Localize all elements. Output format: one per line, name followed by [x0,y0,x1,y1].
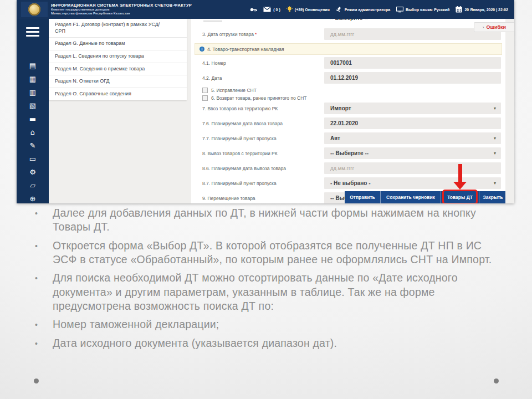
bullet-item: Откроется форма «Выбор ДТ». В которой от… [30,239,499,267]
report-icon[interactable]: ▧ [29,102,36,110]
mail-menu-item[interactable]: ( 0 ) [263,7,280,12]
checkbox[interactable] [202,88,208,93]
lightbulb-icon [287,6,293,13]
required-asterisk: * [255,32,257,37]
warehouse-icon[interactable]: ⌂ [30,129,35,136]
form-select-field[interactable]: Импорт ▾ [324,103,501,114]
emblem-icon [28,3,40,16]
gear-icon[interactable]: ⚙ [29,168,36,176]
form-text-field[interactable]: 0017001 [324,57,501,69]
folder-icon[interactable]: ▱ [30,182,35,190]
key-menu-item[interactable] [250,7,257,13]
field-value: 01.12.2019 [330,75,358,81]
red-arrow-annotation [453,164,467,190]
footer-button-label: Закрыть [483,195,503,200]
coat-of-arms-logo [21,2,48,17]
form-field-label: 3. Дата отгрузки товара* [202,32,257,37]
app-subtitle-1: Комитет государственных доходов [51,8,192,12]
slide-decor-dot-right [494,378,499,383]
form-field-label: 7. Ввоз товаров на территорию РК [202,106,278,111]
datetime-label: 20 Января, 2020 | 22:02 [464,8,508,12]
clipped-select-value: -- Выберите -- [330,19,368,21]
form-checkbox-row[interactable]: 6. Возврат товара, ранее принятого по СН… [191,94,505,102]
form-section-label: 4. Товаро-транспортная накладная [207,47,284,52]
bullet-item: Для поиска необходимой ДТ можно отсортир… [30,271,499,313]
mail-count: ( 0 ) [273,8,280,12]
slide-decor-dot-left [34,378,39,383]
document-icon[interactable]: ▤ [29,62,36,70]
sidebar-section-item[interactable]: Раздел L. Сведения по отпуску товара [49,50,187,63]
checkbox[interactable] [202,95,208,101]
notifications-menu-item[interactable]: (+39) Оповещения [287,6,330,13]
chevron-down-icon: ▾ [494,151,496,156]
language-label: Выбор языка: Русский [406,8,449,12]
field-value: - Не выбрано - [330,180,370,186]
info-icon: i [200,47,204,52]
sidebar-section-item[interactable]: Раздел N. Отметки ОГД [49,75,187,88]
form-footer-buttons: Отправить Сохранить черновик Товары ДТ З… [345,191,505,203]
form-field-label: 8.7. Планируемый пункт пропуска [202,181,277,186]
truck-icon[interactable]: ▭ [29,155,36,163]
form-field-label: 4.1. Номер [202,60,226,66]
hamburger-menu-icon[interactable] [26,27,39,37]
form-field-label: 8.6. Планируемая дата вывоза товара [202,166,286,171]
field-value: 22.01.2020 [330,120,358,126]
form-text-field[interactable]: 22.01.2020 [324,117,501,129]
key-icon [250,7,257,13]
bullet-item: Номер таможенной декларации; [30,318,499,331]
footer-button[interactable]: Сохранить черновик [380,191,441,203]
form-text-field[interactable]: 01.12.2019 [324,72,501,84]
edit-document-icon[interactable]: ✎ [30,142,36,150]
form-text-field[interactable]: дд.мм.гггг [324,162,501,174]
globe-icon[interactable]: ⊕ [30,195,36,203]
id-card-icon[interactable]: ▦ [29,75,36,83]
sidebar-section-item[interactable]: Раздел О. Справочные сведения [49,88,187,100]
sidebar-section-item[interactable]: Раздел F1. Договор (контракт) в рамках У… [49,19,187,38]
chevron-right-icon: › [483,25,484,30]
language-menu-item[interactable]: Выбор языка: Русский [396,7,449,13]
mail-icon [263,7,271,12]
form-checkbox-label: 6. Возврат товара, ранее принятого по СН… [211,95,307,101]
sidebar-section-item[interactable]: Раздел М. Сведения о приемке товара [49,63,187,76]
form-field-label: 7.7. Планируемый пункт пропуска [202,136,277,141]
chevron-down-icon: ▾ [494,181,496,186]
form-row: 7.7. Планируемый пункт пропуска Аят ▾ [191,132,505,147]
errors-button[interactable]: › Ошибки [474,22,514,32]
admin-mode-menu-item[interactable]: Режим администратора [336,7,390,13]
form-select-field[interactable]: Аят ▾ [324,132,501,144]
field-value: Импорт [330,105,351,111]
form-row: 8. Вывоз товаров с территории РК -- Выбе… [191,147,505,162]
form-row: 4.2. Дата 01.12.2019 [191,71,505,86]
form-select-field[interactable]: - Не выбрано - ▾ [324,177,501,189]
app-subtitle-2: Министерства финансов Республики Казахст… [51,12,192,16]
form-row: 7.6. Планируемая дата ввоза товара 22.01… [191,117,505,132]
bullet-item: Дата исходного документа (указывается ди… [30,336,499,350]
form-field-label: 8. Вывоз товаров с территории РК [202,151,278,156]
gavel-icon [336,7,342,13]
presentation-slide: ИНФОРМАЦИОННАЯ СИСТЕМА ЭЛЕКТРОННЫХ СЧЕТО… [0,0,532,399]
left-icon-rail: ▤▦▥▧▬⌂✎▭⚙▱⊕ [17,19,49,203]
organization-icon[interactable]: ▥ [29,89,36,96]
calendar-icon [456,6,462,13]
form-checkbox-row[interactable]: 5. Исправление СНТ [191,86,505,94]
form-field-label: 9. Перемещение товара [202,196,255,201]
clipped-form-row: -- Выберите -- [191,19,505,23]
field-value: 0017001 [330,60,352,66]
briefcase-icon[interactable]: ▬ [29,115,36,123]
footer-button-label: Товары ДТ [447,195,473,200]
admin-mode-label: Режим администратора [345,8,390,12]
footer-button[interactable]: Закрыть [479,191,507,203]
form-field-label: 4.2. Дата [202,75,222,81]
footer-button[interactable]: Товары ДТ [441,191,479,203]
slide-bullet-list: Далее для добавления данных по ДТ, в ниж… [30,206,499,355]
section-menu: Раздел F1. Договор (контракт) в рамках У… [49,19,187,100]
form-field-label: 7.6. Планируемая дата ввоза товара [202,121,283,126]
app-title-block: ИНФОРМАЦИОННАЯ СИСТЕМА ЭЛЕКТРОННЫХ СЧЕТО… [51,3,192,16]
form-select-field[interactable]: -- Выберите -- ▾ [324,147,501,159]
monitor-icon [396,7,403,13]
form-section-header: i 4. Товаро-транспортная накладная [195,43,502,55]
app-title: ИНФОРМАЦИОННАЯ СИСТЕМА ЭЛЕКТРОННЫХ СЧЕТО… [51,3,192,8]
datetime-item: 20 Января, 2020 | 22:02 [456,6,508,13]
sidebar-section-item[interactable]: Раздел G. Данные по товарам [49,38,187,50]
footer-button[interactable]: Отправить [345,191,380,203]
